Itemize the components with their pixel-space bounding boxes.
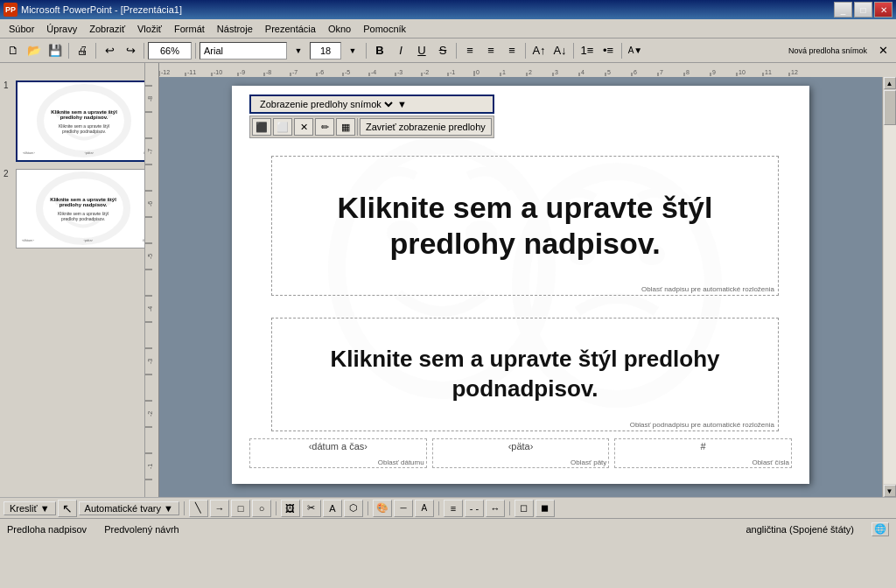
- master-layout-button[interactable]: ▦: [336, 118, 355, 136]
- slide-2-number: 2: [4, 169, 14, 178]
- shadow-tool[interactable]: ◻: [514, 500, 534, 517]
- scroll-down-button[interactable]: ▼: [884, 485, 896, 497]
- numbering-button[interactable]: 1≡: [578, 41, 597, 60]
- 3d-tool[interactable]: ◼: [536, 500, 555, 517]
- title-bar: PP Microsoft PowerPoint - [Prezentácia1]…: [0, 0, 896, 19]
- draw-button[interactable]: Kresliť ▼: [4, 501, 56, 515]
- scroll-thumb[interactable]: [884, 90, 896, 125]
- slide-2-thumbnail[interactable]: Kliknite sem a upravte štýlpredlohy nadp…: [16, 169, 145, 248]
- zoom-input[interactable]: [148, 42, 192, 60]
- menu-edit[interactable]: Úpravy: [41, 22, 82, 36]
- canvas-area[interactable]: Zobrazenie predlohy snímok ▼ ⬛ ⬜ ✕ ✏ ▦ Z…: [159, 77, 882, 497]
- fill-color-tool[interactable]: 🎨: [373, 500, 392, 517]
- word-art-tool[interactable]: A: [323, 500, 342, 517]
- increase-font-button[interactable]: A↑: [529, 41, 549, 60]
- menu-insert[interactable]: Vložiť: [132, 22, 167, 36]
- align-center-button[interactable]: ≡: [481, 41, 500, 60]
- maximize-button[interactable]: □: [854, 2, 872, 18]
- arrow-tool[interactable]: →: [210, 500, 229, 517]
- new-button[interactable]: 🗋: [4, 41, 23, 60]
- arrow-style-tool[interactable]: ↔: [486, 500, 505, 517]
- diagram-tool[interactable]: ⬡: [344, 500, 363, 517]
- draw-separator4: [438, 501, 439, 515]
- clip-art-tool[interactable]: ✂: [302, 500, 321, 517]
- align-right-button[interactable]: ≡: [502, 41, 522, 60]
- menu-presentation[interactable]: Prezentácia: [260, 22, 321, 36]
- title-textbox[interactable]: Kliknite sem a upravte štýl predlohy nad…: [271, 156, 779, 296]
- slide-master-dropdown[interactable]: Zobrazenie predlohy snímok: [256, 98, 396, 110]
- toolbar-sep1: [68, 43, 69, 59]
- slide-master-button[interactable]: Nová predloha snímok: [784, 41, 872, 60]
- undo-button[interactable]: ↩: [100, 41, 119, 60]
- fontsize-dropdown-button[interactable]: ▼: [343, 41, 362, 60]
- line-style-tool[interactable]: ≡: [444, 500, 463, 517]
- bold-button[interactable]: B: [370, 41, 389, 60]
- shapes-button[interactable]: Automatické tvary ▼: [79, 501, 179, 515]
- line-color-tool[interactable]: ─: [394, 500, 413, 517]
- strikethrough-button[interactable]: S: [433, 41, 452, 60]
- font-name-input[interactable]: [200, 42, 287, 60]
- vertical-scrollbar[interactable]: ▲ ▼: [882, 77, 896, 497]
- toolbar-sep7: [525, 43, 526, 59]
- scroll-up-button[interactable]: ▲: [884, 77, 896, 89]
- bullets-button[interactable]: •≡: [598, 41, 618, 60]
- draw-toolbar: Kresliť ▼ ↖ Automatické tvary ▼ ╲ → □ ○ …: [0, 497, 896, 518]
- italic-button[interactable]: I: [391, 41, 410, 60]
- menu-format[interactable]: Formát: [169, 22, 210, 36]
- rectangle-tool[interactable]: □: [231, 500, 250, 517]
- insert-layout-button[interactable]: ⬜: [273, 118, 292, 136]
- font-dropdown-button[interactable]: ▼: [289, 41, 308, 60]
- close-button[interactable]: ✕: [874, 2, 892, 18]
- slide-2-container: 2 Kliknite sem a upravte štýlpredlohy na…: [4, 169, 141, 248]
- footer-area-label: Oblasť päty: [570, 458, 606, 466]
- delete-master-button[interactable]: ✕: [294, 118, 313, 136]
- align-left-button[interactable]: ≡: [460, 41, 480, 60]
- toolbar-close-button[interactable]: ✕: [873, 41, 892, 60]
- svg-text:-11: -11: [187, 69, 196, 75]
- open-button[interactable]: 📂: [24, 41, 44, 60]
- insert-master-button[interactable]: ⬛: [252, 118, 271, 136]
- save-button[interactable]: 💾: [46, 41, 65, 60]
- decrease-font-button[interactable]: A↓: [550, 41, 570, 60]
- toolbar-sep4: [195, 43, 196, 59]
- menu-tools[interactable]: Nástroje: [212, 22, 258, 36]
- slide-1-thumbnail[interactable]: Kliknite sem a upravte štýlpredlohy nadp…: [16, 80, 145, 162]
- menu-window[interactable]: Okno: [323, 22, 356, 36]
- subtitle-textbox[interactable]: Kliknite sem a upravte štýl predlohy pod…: [271, 318, 779, 431]
- draw-separator3: [368, 501, 368, 515]
- svg-text:-6: -6: [318, 69, 324, 75]
- font-color-draw-tool[interactable]: A: [415, 500, 434, 517]
- date-box[interactable]: ‹dátum a čas› Oblasť dátumu: [249, 438, 427, 468]
- svg-text:-1: -1: [450, 69, 455, 75]
- insert-image-tool[interactable]: 🖼: [281, 500, 300, 517]
- menu-file[interactable]: Súbor: [4, 22, 39, 36]
- slide-canvas[interactable]: Zobrazenie predlohy snímok ▼ ⬛ ⬜ ✕ ✏ ▦ Z…: [232, 86, 809, 484]
- close-master-button[interactable]: Zavrieť zobrazenie predlohy: [360, 118, 492, 136]
- font-color-button[interactable]: A▼: [626, 41, 645, 60]
- toolbar-sep5: [366, 43, 367, 59]
- slide-1-number: 1: [4, 80, 14, 90]
- underline-button[interactable]: U: [412, 41, 431, 60]
- footer-box[interactable]: ‹päta› Oblasť päty: [432, 438, 610, 468]
- toolbar-sep2: [95, 43, 96, 59]
- slide-master-dropdown-row[interactable]: Zobrazenie predlohy snímok ▼: [249, 94, 494, 114]
- rename-master-button[interactable]: ✏: [315, 118, 334, 136]
- scroll-track[interactable]: [884, 90, 896, 484]
- minimize-button[interactable]: _: [834, 2, 852, 18]
- dropdown-arrow-icon: ▼: [397, 99, 407, 109]
- menu-help[interactable]: Pomocník: [358, 22, 411, 36]
- dash-style-tool[interactable]: - -: [465, 500, 484, 517]
- slides-panel[interactable]: 1 Kliknite sem a upravte štýlpredlohy na…: [0, 77, 145, 497]
- redo-button[interactable]: ↪: [121, 41, 140, 60]
- number-box[interactable]: # Oblasť čísla: [614, 438, 792, 468]
- font-size-input[interactable]: [310, 42, 341, 60]
- line-tool[interactable]: ╲: [189, 500, 208, 517]
- language-button[interactable]: 🌐: [872, 522, 889, 536]
- print-button[interactable]: 🖨: [73, 41, 92, 60]
- svg-text:-9: -9: [240, 69, 245, 75]
- tools-separator: [357, 118, 358, 136]
- menu-view[interactable]: Zobraziť: [84, 22, 130, 36]
- ruler-corner: [145, 63, 159, 77]
- oval-tool[interactable]: ○: [252, 500, 271, 517]
- cursor-tool[interactable]: ↖: [58, 500, 77, 517]
